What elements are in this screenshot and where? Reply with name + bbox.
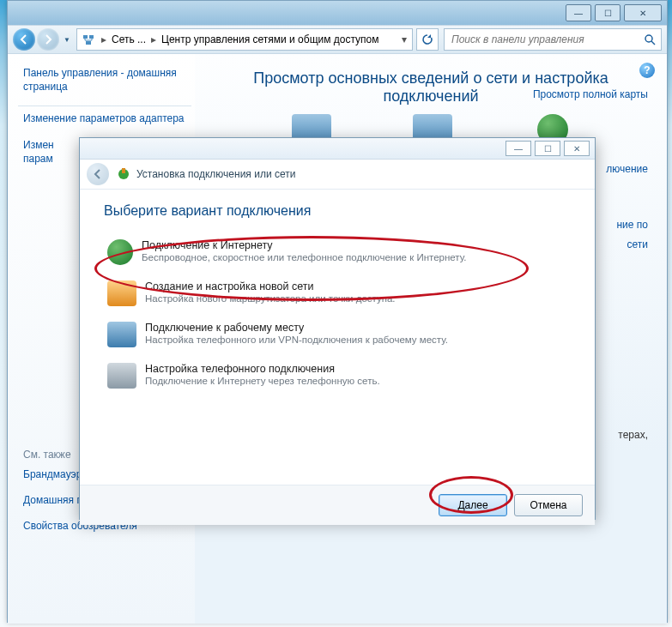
sidebar-home[interactable]: Панель управления - домашняя страница — [23, 66, 186, 93]
breadcrumb-seg-network[interactable]: Сеть ... — [108, 33, 149, 45]
breadcrumb[interactable]: ▸ Сеть ... ▸ Центр управления сетями и о… — [76, 28, 413, 51]
option-desc: Настройка нового маршрутизатора или точк… — [145, 293, 396, 304]
chevron-down-icon[interactable]: ▾ — [400, 33, 409, 45]
address-bar: ▼ ▸ Сеть ... ▸ Центр управления сетями и… — [8, 25, 667, 54]
option-new-network[interactable]: Создание и настройка новой сети Настройк… — [104, 275, 571, 311]
svg-rect-0 — [83, 35, 88, 39]
nav-history-dropdown[interactable]: ▼ — [61, 28, 73, 51]
nav-back-button[interactable] — [13, 28, 35, 51]
phone-icon — [107, 363, 136, 389]
router-icon — [107, 280, 136, 306]
option-workplace[interactable]: Подключение к рабочему месту Настройка т… — [104, 317, 571, 353]
chevron-right-icon: ▸ — [149, 33, 158, 45]
wizard-heading: Выберите вариант подключения — [104, 203, 571, 219]
option-desc: Беспроводное, скоростное или телефонное … — [142, 252, 467, 262]
wizard-maximize-button[interactable]: ☐ — [535, 141, 560, 156]
option-title: Создание и настройка новой сети — [145, 280, 396, 292]
wizard-body: Выберите вариант подключения Подключение… — [80, 190, 595, 485]
building-icon — [107, 322, 136, 347]
divider — [18, 106, 191, 106]
option-title: Настройка телефонного подключения — [145, 363, 380, 375]
search-icon[interactable] — [645, 34, 656, 45]
nav-forward-button[interactable] — [37, 28, 59, 51]
refresh-button[interactable] — [416, 28, 439, 51]
option-title: Подключение к рабочему месту — [145, 322, 448, 334]
wizard-footer: Далее Отмена — [80, 485, 595, 525]
svg-point-3 — [645, 35, 652, 42]
wizard-titlebar: — ☐ ✕ — [80, 138, 595, 160]
wizard-dialog: — ☐ ✕ Установка подключения или сети Выб… — [79, 137, 596, 520]
option-desc: Настройка телефонного или VPN-подключени… — [145, 335, 448, 345]
wizard-caption: Установка подключения или сети — [136, 168, 295, 180]
breadcrumb-seg-center[interactable]: Центр управления сетями и общим доступом — [158, 33, 383, 45]
option-internet[interactable]: Подключение к Интернету Беспроводное, ск… — [104, 234, 571, 270]
svg-rect-6 — [122, 168, 125, 173]
option-title: Подключение к Интернету — [142, 239, 467, 251]
svg-line-4 — [651, 41, 655, 45]
wizard-close-button[interactable]: ✕ — [564, 141, 590, 156]
wizard-header: Установка подключения или сети — [80, 160, 595, 190]
search-box[interactable] — [444, 28, 662, 51]
full-map-link[interactable]: Просмотр полной карты — [533, 88, 648, 100]
wizard-minimize-button[interactable]: — — [506, 141, 531, 156]
maximize-button[interactable]: ☐ — [595, 4, 621, 21]
close-button[interactable]: ✕ — [624, 4, 662, 21]
globe-icon — [107, 239, 133, 265]
sidebar-adapter-settings[interactable]: Изменение параметров адаптера — [23, 112, 186, 125]
wizard-back-button[interactable] — [87, 163, 109, 185]
wizard-app-icon — [116, 166, 131, 182]
chevron-right-icon: ▸ — [100, 33, 108, 45]
next-button[interactable]: Далее — [439, 494, 507, 516]
titlebar: — ☐ ✕ — [8, 1, 667, 25]
svg-rect-1 — [89, 35, 94, 39]
option-dialup[interactable]: Настройка телефонного подключения Подклю… — [104, 358, 571, 394]
svg-rect-2 — [86, 41, 91, 45]
network-icon — [81, 32, 96, 47]
option-desc: Подключение к Интернету через телефонную… — [145, 376, 380, 386]
help-icon[interactable]: ? — [639, 63, 655, 78]
truncated-link-area: лючение ние по сети терах, — [606, 213, 648, 445]
minimize-button[interactable]: — — [566, 4, 591, 21]
cancel-button[interactable]: Отмена — [514, 494, 583, 516]
search-input[interactable] — [450, 33, 645, 46]
